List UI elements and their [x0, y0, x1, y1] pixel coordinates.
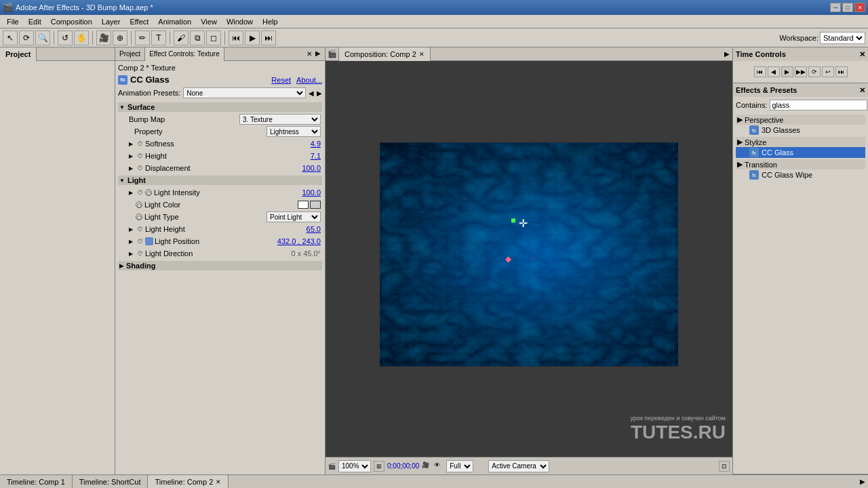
menu-effect[interactable]: Effect	[125, 17, 153, 26]
contains-input[interactable]	[770, 100, 867, 110]
preview-icon[interactable]: 🎥	[422, 462, 431, 471]
time-controls-close[interactable]: ✕	[859, 50, 865, 59]
rotate-tool[interactable]: ↺	[58, 30, 73, 45]
zoom-tool[interactable]: 🔍	[35, 30, 50, 45]
effect-controls-tab[interactable]: Effect Controls: Texture	[145, 47, 224, 61]
clone-tool[interactable]: ⧉	[190, 30, 205, 45]
play-bounce[interactable]: ↩	[822, 66, 834, 77]
orbit-tool[interactable]: ⟳	[19, 30, 34, 45]
comp-play[interactable]: ▶	[245, 30, 260, 45]
timeline-comp2-tab[interactable]: Timeline: Comp 2 ✕	[148, 475, 229, 489]
light-type-select[interactable]: Point Light	[267, 211, 321, 222]
intensity-value[interactable]: 100.0	[302, 188, 321, 197]
bump-map-select[interactable]: 3. Texture	[239, 114, 321, 125]
effects-presets-header[interactable]: Effects & Presets ✕	[733, 83, 868, 97]
timeline-comp1-tab[interactable]: Timeline: Comp 1	[0, 475, 73, 489]
lheight-stopwatch[interactable]: ⏱	[137, 226, 144, 232]
lpos-value[interactable]: 432.0 , 243.0	[277, 237, 321, 245]
stylize-header[interactable]: ▶ Stylize	[736, 137, 865, 147]
menu-edit[interactable]: Edit	[24, 17, 45, 26]
comp-tab-icon[interactable]: 🎬	[326, 47, 339, 61]
displacement-value[interactable]: 100.0	[302, 164, 321, 172]
property-select[interactable]: Lightness	[267, 126, 321, 137]
comp-timecode[interactable]: 0;00;00;00	[387, 462, 419, 470]
select-tool[interactable]: ↖	[3, 30, 18, 45]
anchor-tool[interactable]: ⊕	[113, 30, 127, 45]
color-swatch-gray[interactable]	[310, 201, 321, 209]
minimize-button[interactable]: ─	[830, 3, 841, 12]
project-tab-small[interactable]: Project	[115, 47, 145, 61]
lheight-value[interactable]: 65.0	[307, 225, 321, 233]
tree-item-cc-glass-wipe[interactable]: fx CC Glass Wipe	[736, 169, 865, 180]
tree-item-cc-glass[interactable]: fx CC Glass	[736, 147, 865, 158]
workspace-select[interactable]: Standard	[820, 32, 865, 44]
camera-tool[interactable]: 🎥	[96, 30, 111, 45]
play-loop[interactable]: ⟳	[808, 66, 821, 77]
softness-stopwatch[interactable]: ⏱	[137, 140, 144, 147]
pen-tool[interactable]: ✏	[135, 30, 150, 45]
lpos-expand[interactable]: ▶	[129, 239, 136, 245]
light-header[interactable]: ▼ Light	[118, 176, 322, 185]
shading-header[interactable]: ▶ Shading	[118, 261, 322, 270]
view-select[interactable]: Active Camera	[488, 460, 549, 472]
reset-link[interactable]: Reset	[271, 76, 291, 84]
comp2-tab[interactable]: Composition: Comp 2 ✕	[339, 47, 431, 61]
surface-header[interactable]: ▼ Surface	[118, 102, 322, 112]
close-button[interactable]: ✕	[854, 3, 865, 12]
play-next-frame[interactable]: ▶▶	[795, 66, 807, 77]
coord-btn[interactable]	[145, 237, 153, 245]
text-tool[interactable]: T	[151, 30, 166, 45]
anim-right-arrow[interactable]: ▶	[317, 89, 322, 97]
play-prev-frame[interactable]: ◀	[768, 66, 780, 77]
anim-left-arrow[interactable]: ◀	[309, 89, 314, 97]
height-expand[interactable]: ▶	[129, 153, 136, 159]
perspective-header[interactable]: ▶ Perspective	[736, 115, 865, 125]
ldir-expand[interactable]: ▶	[129, 251, 136, 257]
intensity-stopwatch[interactable]: ⏱	[137, 189, 144, 196]
comp-ctrl-icon[interactable]: 🎬	[328, 463, 336, 470]
anim-presets-select[interactable]: None	[183, 87, 306, 98]
pan-tool[interactable]: ✋	[74, 30, 89, 45]
menu-animation[interactable]: Animation	[154, 17, 195, 26]
tl-expand-btn[interactable]: ▶	[857, 478, 868, 485]
play-btn[interactable]: ▶	[781, 66, 793, 77]
menu-view[interactable]: View	[197, 17, 221, 26]
viewer-icon[interactable]: 👁	[434, 462, 443, 471]
transition-header[interactable]: ▶ Transition	[736, 159, 865, 169]
comp-expand-ctrl[interactable]: ⊡	[719, 461, 730, 472]
comp-next[interactable]: ⏭	[261, 30, 276, 45]
menu-help[interactable]: Help	[258, 17, 282, 26]
ldir-stopwatch[interactable]: ⏱	[137, 250, 144, 257]
menu-window[interactable]: Window	[222, 17, 257, 26]
lpos-stopwatch[interactable]: ⏱	[137, 238, 144, 245]
softness-expand[interactable]: ▶	[129, 141, 136, 147]
displacement-expand[interactable]: ▶	[129, 165, 136, 171]
comp-expand-btn[interactable]: ▶	[722, 47, 732, 61]
timeline-shortcut-tab[interactable]: Timeline: ShortCut	[73, 475, 149, 489]
menu-composition[interactable]: Composition	[47, 17, 96, 26]
softness-value[interactable]: 4.9	[311, 140, 321, 148]
height-value[interactable]: 7.1	[311, 152, 321, 160]
menu-layer[interactable]: Layer	[98, 17, 125, 26]
resolution-btn[interactable]: ⊞	[374, 461, 384, 472]
zoom-select[interactable]: 100%	[338, 460, 371, 472]
displacement-stopwatch[interactable]: ⏱	[137, 165, 144, 171]
play-first[interactable]: ⏮	[754, 66, 766, 77]
tree-item-3d-glasses[interactable]: fx 3D Glasses	[736, 125, 865, 136]
intensity-expand[interactable]: ▶	[129, 190, 136, 196]
tl-tab3-close[interactable]: ✕	[216, 479, 221, 485]
quality-select[interactable]: Full	[446, 460, 473, 472]
menu-file[interactable]: File	[3, 17, 23, 26]
comp-tab-close[interactable]: ✕	[419, 51, 425, 58]
maximize-button[interactable]: □	[842, 3, 853, 12]
height-stopwatch[interactable]: ⏱	[137, 152, 144, 159]
effects-presets-close[interactable]: ✕	[859, 86, 865, 95]
lheight-expand[interactable]: ▶	[129, 226, 136, 232]
play-last[interactable]: ⏭	[835, 66, 848, 77]
comp-prev[interactable]: ⏮	[229, 30, 243, 45]
about-link[interactable]: About...	[296, 76, 322, 84]
ec-close-button[interactable]: ✕	[304, 49, 314, 59]
eraser-tool[interactable]: ◻	[206, 30, 221, 45]
brush-tool[interactable]: 🖌	[174, 30, 189, 45]
project-tab[interactable]: Project	[0, 47, 37, 61]
